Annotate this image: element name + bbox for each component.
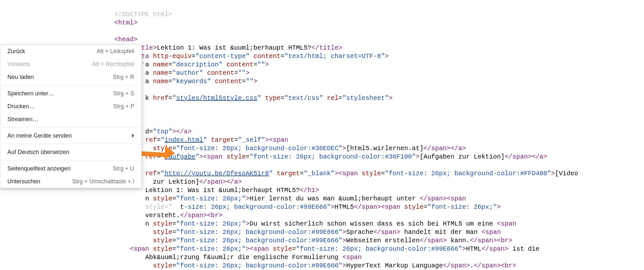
separator: [0, 85, 141, 85]
chevron-right-icon: [132, 134, 134, 138]
menu-back[interactable]: ZurückAlt + Linkspfeil: [0, 45, 141, 58]
separator: [0, 160, 141, 160]
menu-reload[interactable]: Neu ladenStrg + R: [0, 71, 141, 83]
menu-forward: VorwärtsAlt + Rechtspfeil: [0, 58, 141, 71]
menu-translate[interactable]: Auf Deutsch übersetzen: [0, 146, 141, 159]
separator: [0, 144, 141, 144]
menu-print[interactable]: Drucken…Strg + P: [0, 100, 141, 113]
context-menu: ZurückAlt + Linkspfeil VorwärtsAlt + Rec…: [0, 44, 142, 188]
menu-save-as[interactable]: Speichern unter…Strg + S: [0, 87, 141, 100]
doctype: <!DOCTYPE html>: [114, 11, 172, 18]
menu-view-source[interactable]: Seitenquelltext anzeigenStrg + U: [0, 162, 141, 175]
menu-send-to-devices[interactable]: An meine Geräte senden: [0, 129, 141, 142]
menu-inspect[interactable]: UntersuchenStrg + Umschalttaste + I: [0, 175, 141, 188]
menu-stream[interactable]: Streamen…: [0, 113, 141, 126]
source-code-view: <!DOCTYPE html> <html> <head> <title>Lek…: [114, 2, 578, 270]
separator: [0, 127, 141, 128]
